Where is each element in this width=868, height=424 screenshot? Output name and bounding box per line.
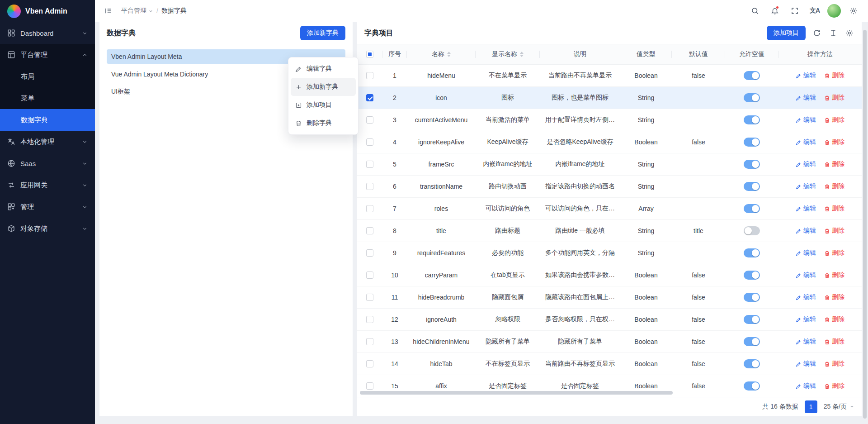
row-checkbox[interactable] [366, 249, 373, 257]
add-item-button[interactable]: 添加项目 [767, 26, 806, 40]
row-checkbox[interactable] [366, 338, 373, 345]
sidebar-item-saas[interactable]: Saas [0, 152, 95, 174]
row-nullable-toggle[interactable] [744, 271, 760, 280]
horizontal-scrollbar[interactable] [360, 391, 673, 395]
row-nullable-toggle[interactable] [744, 138, 760, 147]
row-checkbox[interactable] [366, 227, 373, 234]
sort-icon[interactable] [520, 52, 524, 57]
row-nullable-toggle[interactable] [744, 204, 760, 213]
sidebar-item-data-dictionary[interactable]: 数据字典 [0, 109, 95, 131]
row-checkbox[interactable] [366, 72, 373, 79]
delete-button[interactable]: 删除 [824, 338, 844, 346]
header-cell-name[interactable]: 名称 [407, 44, 476, 64]
edit-button[interactable]: 编辑 [796, 293, 816, 301]
row-checkbox[interactable] [366, 294, 373, 301]
row-checkbox[interactable] [366, 161, 373, 168]
delete-button[interactable]: 删除 [824, 271, 844, 279]
breadcrumb-item-platform[interactable]: 平台管理 [121, 7, 153, 15]
context-menu-item-add-dictionary[interactable]: 添加新字典 [291, 78, 356, 96]
row-nullable-toggle[interactable] [744, 71, 760, 80]
context-menu-item-delete-dictionary[interactable]: 删除字典 [291, 114, 356, 132]
delete-button[interactable]: 删除 [824, 160, 844, 168]
sort-icon[interactable] [447, 52, 451, 57]
delete-button[interactable]: 删除 [824, 315, 844, 324]
edit-button[interactable]: 编辑 [796, 94, 816, 102]
row-nullable-toggle[interactable] [744, 226, 760, 235]
row-nullable-toggle[interactable] [744, 293, 760, 302]
sidebar-item-app-gateway[interactable]: 应用网关 [0, 174, 95, 196]
notifications-bell-icon[interactable] [768, 4, 782, 18]
delete-button[interactable]: 删除 [824, 94, 844, 102]
row-checkbox[interactable] [366, 94, 373, 101]
delete-button[interactable]: 删除 [824, 182, 844, 191]
row-nullable-toggle[interactable] [744, 93, 760, 102]
delete-button[interactable]: 删除 [824, 227, 844, 235]
sidebar-item-localization[interactable]: 本地化管理 [0, 131, 95, 152]
edit-button[interactable]: 编辑 [796, 160, 816, 168]
edit-button[interactable]: 编辑 [796, 360, 816, 368]
edit-button[interactable]: 编辑 [796, 205, 816, 213]
context-menu-item-edit-dictionary[interactable]: 编辑字典 [291, 60, 356, 78]
row-checkbox[interactable] [366, 360, 373, 367]
delete-button[interactable]: 删除 [824, 293, 844, 301]
delete-button[interactable]: 删除 [824, 249, 844, 257]
edit-button[interactable]: 编辑 [796, 138, 816, 146]
sidebar-item-platform-management[interactable]: 平台管理 [0, 44, 95, 66]
delete-button[interactable]: 删除 [824, 205, 844, 213]
add-dictionary-button[interactable]: 添加新字典 [300, 26, 345, 40]
avatar[interactable] [827, 4, 841, 18]
header-cell-display-name[interactable]: 显示名称 [476, 44, 540, 64]
row-nullable-toggle[interactable] [744, 315, 760, 324]
language-switch-icon[interactable]: 文A [807, 4, 822, 18]
refresh-icon[interactable] [812, 28, 822, 38]
cell-value-type: Array [620, 205, 672, 212]
sidebar-item-dashboard[interactable]: Dashboard [0, 22, 95, 44]
page-size-select[interactable]: 25 条/页 [824, 403, 854, 411]
edit-button[interactable]: 编辑 [796, 338, 816, 346]
row-checkbox[interactable] [366, 183, 373, 190]
edit-button[interactable]: 编辑 [796, 315, 816, 324]
sidebar-item-layout[interactable]: 布局 [0, 66, 95, 87]
logo[interactable]: Vben Admin [0, 0, 95, 22]
edit-button[interactable]: 编辑 [796, 271, 816, 279]
row-checkbox[interactable] [366, 382, 373, 390]
vertical-scrollbar[interactable] [863, 30, 867, 419]
sidebar-item-menu[interactable]: 菜单 [0, 87, 95, 109]
row-delete-label: 删除 [832, 182, 844, 191]
cell-index: 9 [382, 249, 407, 257]
edit-button[interactable]: 编辑 [796, 182, 816, 191]
row-nullable-toggle[interactable] [744, 359, 760, 368]
context-menu-item-add-item[interactable]: 添加项目 [291, 96, 356, 114]
sidebar-item-management[interactable]: 管理 [0, 196, 95, 218]
row-nullable-toggle[interactable] [744, 160, 760, 169]
fullscreen-icon[interactable] [788, 4, 802, 18]
sidebar-item-object-storage[interactable]: 对象存储 [0, 218, 95, 239]
row-nullable-toggle[interactable] [744, 115, 760, 124]
row-checkbox[interactable] [366, 138, 373, 146]
delete-button[interactable]: 删除 [824, 116, 844, 124]
row-checkbox[interactable] [366, 116, 373, 124]
row-checkbox[interactable] [366, 205, 373, 212]
delete-button[interactable]: 删除 [824, 71, 844, 80]
settings-gear-icon[interactable] [846, 4, 861, 18]
row-nullable-toggle[interactable] [744, 182, 760, 191]
edit-button[interactable]: 编辑 [796, 227, 816, 235]
row-nullable-toggle[interactable] [744, 337, 760, 346]
search-icon[interactable] [748, 4, 762, 18]
delete-button[interactable]: 删除 [824, 360, 844, 368]
table-settings-gear-icon[interactable] [844, 28, 854, 38]
delete-button[interactable]: 删除 [824, 138, 844, 146]
row-checkbox[interactable] [366, 272, 373, 279]
delete-button[interactable]: 删除 [824, 382, 844, 390]
row-checkbox[interactable] [366, 316, 373, 323]
pagination-page-button[interactable]: 1 [805, 400, 817, 413]
edit-button[interactable]: 编辑 [796, 249, 816, 257]
sidebar-fold-icon[interactable] [101, 4, 116, 18]
edit-button[interactable]: 编辑 [796, 382, 816, 390]
row-nullable-toggle[interactable] [744, 381, 760, 391]
edit-button[interactable]: 编辑 [796, 116, 816, 124]
row-height-icon[interactable] [828, 28, 838, 38]
select-all-checkbox[interactable] [366, 51, 373, 58]
row-nullable-toggle[interactable] [744, 248, 760, 257]
edit-button[interactable]: 编辑 [796, 71, 816, 80]
